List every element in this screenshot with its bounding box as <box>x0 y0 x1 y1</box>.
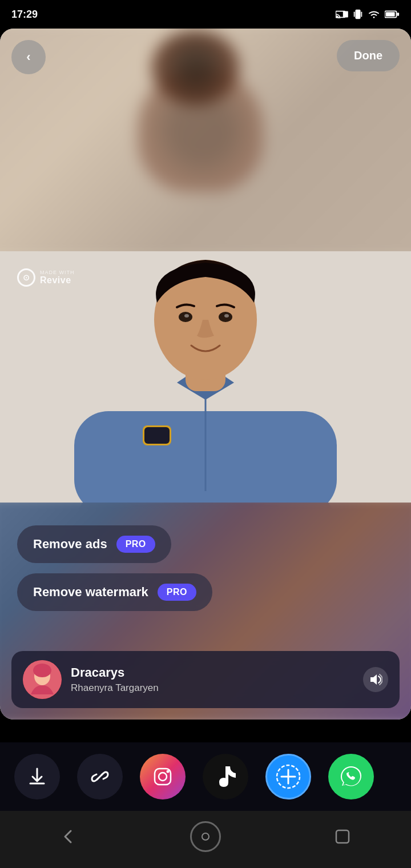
battery-icon <box>385 10 400 19</box>
nav-bar <box>0 811 411 868</box>
bottom-overlay: Remove ads PRO Remove watermark PRO <box>0 503 411 720</box>
svg-rect-1 <box>343 11 348 18</box>
vibrate-icon <box>353 9 363 20</box>
cast-icon <box>336 9 348 19</box>
nav-home-circle <box>190 821 221 852</box>
whatsapp-circle <box>328 754 374 799</box>
image-card: ‹ Done ⊙ MADE WITH Revive <box>0 29 411 720</box>
download-button[interactable] <box>6 745 68 808</box>
revive-circle <box>265 754 311 799</box>
watermark-text: MADE WITH Revive <box>40 270 75 286</box>
tiktok-button[interactable] <box>194 745 257 808</box>
music-title: Dracarys <box>71 665 354 680</box>
svg-rect-4 <box>354 11 355 17</box>
done-button[interactable]: Done <box>337 40 400 71</box>
wifi-icon <box>368 9 380 19</box>
svg-point-27 <box>159 773 167 781</box>
back-button[interactable]: ‹ <box>11 40 46 74</box>
back-arrow-icon: ‹ <box>26 50 30 65</box>
music-artist: Rhaenyra Targaryen <box>71 682 354 694</box>
svg-point-24 <box>33 664 51 677</box>
avatar-image <box>23 660 62 699</box>
tiktok-circle <box>203 754 248 799</box>
svg-rect-32 <box>336 830 349 843</box>
revive-icon <box>276 764 301 789</box>
tiktok-icon <box>214 764 237 789</box>
remove-watermark-pro-badge: PRO <box>158 584 196 601</box>
music-avatar <box>23 660 62 699</box>
link-icon <box>90 766 110 787</box>
watermark-logo: ⊙ <box>17 268 35 287</box>
svg-rect-8 <box>397 13 399 16</box>
link-circle <box>77 754 123 799</box>
person-image <box>0 251 411 520</box>
svg-rect-5 <box>361 11 362 17</box>
download-icon <box>27 766 47 787</box>
svg-rect-7 <box>386 12 395 16</box>
link-button[interactable] <box>68 745 131 808</box>
status-time: 17:29 <box>11 9 38 21</box>
nav-recent-icon <box>335 829 350 845</box>
done-label: Done <box>354 49 382 62</box>
status-icons <box>336 9 400 20</box>
revive-button[interactable] <box>257 745 320 808</box>
nav-recent-button[interactable] <box>323 817 362 857</box>
options-overlay: Remove ads PRO Remove watermark PRO <box>0 503 411 720</box>
music-player: Dracarys Rhaenyra Targaryen <box>11 651 400 708</box>
svg-line-25 <box>97 774 103 779</box>
svg-point-28 <box>167 770 170 773</box>
whatsapp-icon <box>339 764 364 789</box>
action-bar <box>0 742 411 811</box>
music-info: Dracarys Rhaenyra Targaryen <box>71 665 354 694</box>
remove-watermark-label: Remove watermark <box>33 585 148 600</box>
remove-ads-pro-badge: PRO <box>116 536 155 553</box>
status-bar: 17:29 <box>0 0 411 29</box>
nav-back-button[interactable] <box>49 817 88 857</box>
remove-ads-label: Remove ads <box>33 537 107 552</box>
instagram-circle <box>140 754 186 799</box>
remove-watermark-button[interactable]: Remove watermark PRO <box>17 573 212 611</box>
remove-ads-button[interactable]: Remove ads PRO <box>17 525 171 563</box>
volume-icon <box>369 674 382 685</box>
svg-rect-3 <box>355 10 360 19</box>
whatsapp-button[interactable] <box>320 745 382 808</box>
nav-back-icon <box>59 827 78 846</box>
watermark: ⊙ MADE WITH Revive <box>17 268 75 287</box>
volume-button[interactable] <box>363 667 388 692</box>
watermark-made: MADE WITH <box>40 270 75 275</box>
svg-point-18 <box>224 314 229 318</box>
nav-home-button[interactable] <box>186 817 225 857</box>
svg-rect-20 <box>144 427 170 444</box>
instagram-icon <box>150 764 175 789</box>
nav-home-inner <box>202 833 209 841</box>
svg-point-17 <box>184 314 189 318</box>
download-circle <box>14 754 60 799</box>
instagram-button[interactable] <box>131 745 194 808</box>
clear-photo-section: ⊙ MADE WITH Revive <box>0 251 411 520</box>
main-content: ‹ Done ⊙ MADE WITH Revive <box>0 29 411 868</box>
watermark-brand: Revive <box>40 275 75 286</box>
